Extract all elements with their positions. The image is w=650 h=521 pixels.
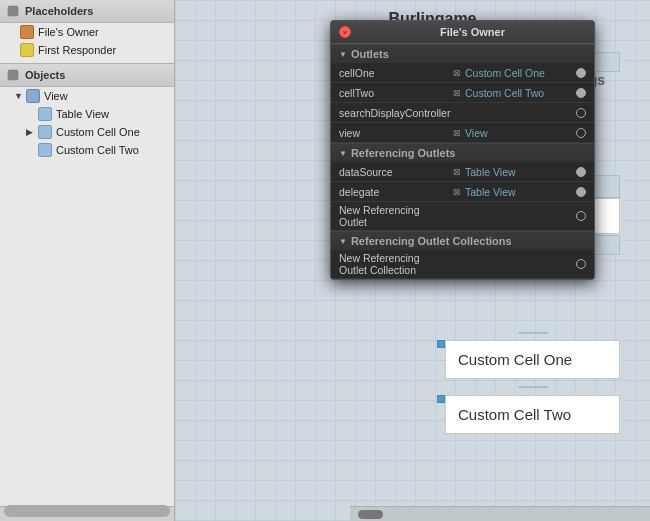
objects-label: Objects [25, 69, 65, 81]
new-ref-collection-row[interactable]: New Referencing Outlet Collection [331, 250, 594, 279]
tableview-icon [38, 107, 52, 121]
sidebar-scrollbar[interactable] [0, 506, 174, 521]
view-value: View [465, 127, 576, 139]
datasource-circle[interactable] [576, 167, 586, 177]
search-circle[interactable] [576, 108, 586, 118]
canvas-scroll-thumb[interactable] [358, 510, 383, 519]
owner-icon [20, 25, 34, 39]
view-icon [26, 89, 40, 103]
delegate-label: delegate [339, 186, 449, 198]
cell-one-value: Custom Cell One [465, 67, 576, 79]
canvas-scrollbar[interactable] [350, 506, 650, 521]
outlet-search-row[interactable]: searchDisplayController [331, 103, 594, 123]
new-ref-outlet-circle[interactable] [576, 211, 586, 221]
custom-cells-area: Custom Cell One Custom Cell Two [445, 330, 620, 438]
custom-cell-one-row[interactable]: Custom Cell One [445, 340, 620, 379]
objects-icon [6, 68, 20, 82]
delegate-row[interactable]: delegate ⊠ Table View [331, 182, 594, 202]
custom-cell-one-sidebar-label: Custom Cell One [56, 126, 140, 138]
outlet-view-row[interactable]: view ⊠ View [331, 123, 594, 143]
view-disclosure: ▼ [14, 91, 26, 101]
placeholders-icon [6, 4, 20, 18]
new-ref-collection-circle[interactable] [576, 259, 586, 269]
delegate-connector: ⊠ [453, 187, 461, 197]
new-ref-outlet-label: New Referencing Outlet [339, 204, 449, 228]
svg-rect-0 [8, 6, 18, 16]
ref-outlets-triangle: ▼ [339, 149, 347, 158]
custom-cell-one-label: Custom Cell One [458, 351, 572, 368]
canvas-area: Burlingame on Footer gs New York Albany … [175, 0, 650, 521]
sidebar-item-first-responder[interactable]: First Responder [0, 41, 174, 59]
outlets-triangle: ▼ [339, 50, 347, 59]
ref-collections-label: Referencing Outlet Collections [351, 235, 512, 247]
cell-one-corner-indicator [437, 340, 445, 348]
placeholders-header: Placeholders [0, 0, 174, 23]
datasource-value: Table View [465, 166, 576, 178]
outlet-cell-two-row[interactable]: cellTwo ⊠ Custom Cell Two [331, 83, 594, 103]
delegate-circle[interactable] [576, 187, 586, 197]
first-responder-label: First Responder [38, 44, 116, 56]
cell-two-circle[interactable] [576, 88, 586, 98]
cell-two-corner-indicator [437, 395, 445, 403]
popup-close-button[interactable]: × [339, 26, 351, 38]
sidebar-scroll-thumb[interactable] [4, 505, 170, 517]
cell-one-icon [38, 125, 52, 139]
responder-icon [20, 43, 34, 57]
files-owner-label: File's Owner [38, 26, 99, 38]
sidebar-item-view[interactable]: ▼ View [0, 87, 174, 105]
objects-list: ▼ View Table View ▶ Custom Cell One [0, 87, 174, 506]
popup-title: File's Owner [359, 26, 586, 38]
cell-two-value: Custom Cell Two [465, 87, 576, 99]
custom-cell-one-chevron[interactable] [599, 351, 607, 368]
ref-outlets-header: ▼ Referencing Outlets [331, 143, 594, 162]
ref-outlets-label: Referencing Outlets [351, 147, 456, 159]
datasource-row[interactable]: dataSource ⊠ Table View [331, 162, 594, 182]
svg-rect-1 [8, 70, 18, 80]
cell-one-connector: ⊠ [453, 68, 461, 78]
sidebar-item-files-owner[interactable]: File's Owner [0, 23, 174, 41]
placeholders-list: File's Owner First Responder [0, 23, 174, 64]
cell-one-circle[interactable] [576, 68, 586, 78]
sidebar-item-custom-cell-two[interactable]: Custom Cell Two [0, 141, 174, 159]
new-ref-collection-label: New Referencing Outlet Collection [339, 252, 449, 276]
custom-cell-two-chevron[interactable] [599, 406, 607, 423]
cell-one-outlet-label: cellOne [339, 67, 449, 79]
new-ref-outlet-row[interactable]: New Referencing Outlet [331, 202, 594, 231]
view-outlet-label: view [339, 127, 449, 139]
ref-collections-header: ▼ Referencing Outlet Collections [331, 231, 594, 250]
view-circle[interactable] [576, 128, 586, 138]
custom-cell-two-label: Custom Cell Two [458, 406, 571, 423]
datasource-label: dataSource [339, 166, 449, 178]
outlets-label: Outlets [351, 48, 389, 60]
view-label: View [44, 90, 68, 102]
delegate-value: Table View [465, 186, 576, 198]
view-connector: ⊠ [453, 128, 461, 138]
custom-cell-two-sidebar-label: Custom Cell Two [56, 144, 139, 156]
search-outlet-label: searchDisplayController [339, 107, 450, 119]
outlets-header: ▼ Outlets [331, 44, 594, 63]
sidebar-item-tableview[interactable]: Table View [0, 105, 174, 123]
popup-title-bar: × File's Owner [331, 21, 594, 44]
placeholders-label: Placeholders [25, 5, 93, 17]
tableview-label: Table View [56, 108, 109, 120]
sidebar: Placeholders File's Owner First Responde… [0, 0, 175, 521]
cell-one-disclosure: ▶ [26, 127, 38, 137]
ref-collections-triangle: ▼ [339, 237, 347, 246]
files-owner-popup: × File's Owner ▼ Outlets cellOne ⊠ Custo… [330, 20, 595, 280]
cell-two-icon [38, 143, 52, 157]
objects-header: Objects [0, 64, 174, 87]
cell-two-connector: ⊠ [453, 88, 461, 98]
datasource-connector: ⊠ [453, 167, 461, 177]
outlet-cell-one-row[interactable]: cellOne ⊠ Custom Cell One [331, 63, 594, 83]
sidebar-item-custom-cell-one[interactable]: ▶ Custom Cell One [0, 123, 174, 141]
custom-cell-two-row[interactable]: Custom Cell Two [445, 395, 620, 434]
cell-two-outlet-label: cellTwo [339, 87, 449, 99]
